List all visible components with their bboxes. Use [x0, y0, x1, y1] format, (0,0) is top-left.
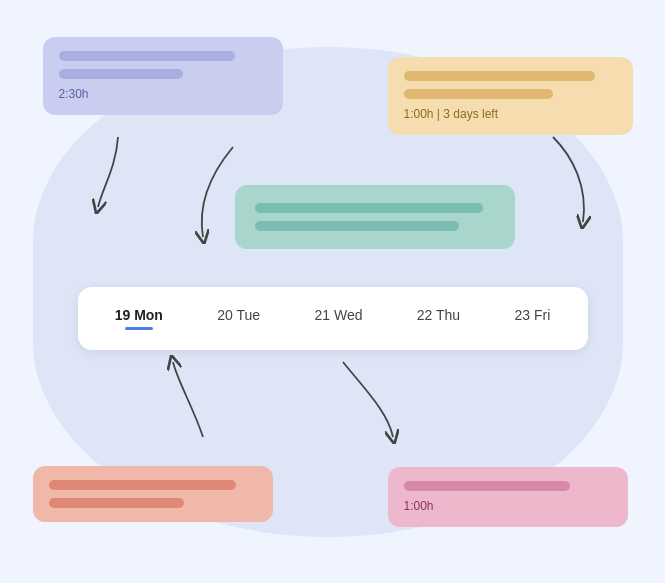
arrow-top-left-down: [88, 137, 148, 217]
card-line-1: [255, 203, 483, 213]
cal-day-indicator: [424, 327, 452, 330]
card-line-2: [59, 69, 184, 79]
card-top-left: 2:30h: [43, 37, 283, 115]
card-line-1: [404, 71, 596, 81]
card-bottom-right-label: 1:00h: [404, 499, 612, 513]
card-line-2: [404, 89, 553, 99]
cal-day-23-fri[interactable]: 23 Fri: [505, 303, 561, 334]
card-top-right-label: 1:00h | 3 days left: [404, 107, 617, 121]
card-top-left-label: 2:30h: [59, 87, 267, 101]
cal-day-22-thu[interactable]: 22 Thu: [407, 303, 470, 334]
card-line-1: [404, 481, 570, 491]
arrow-center-down: [178, 147, 258, 247]
card-bottom-left: [33, 466, 273, 522]
card-line-2: [49, 498, 184, 508]
cal-day-label: 21 Wed: [314, 307, 362, 323]
cal-day-indicator: [518, 327, 546, 330]
calendar-bar: 19 Mon 20 Tue 21 Wed 22 Thu 23 Fri: [78, 287, 588, 350]
cal-day-label: 20 Tue: [217, 307, 260, 323]
cal-day-19-mon[interactable]: 19 Mon: [105, 303, 173, 334]
card-middle: [235, 185, 515, 249]
card-bottom-right: 1:00h: [388, 467, 628, 527]
scene: 2:30h 1:00h | 3 days left: [23, 17, 643, 567]
cal-day-label: 19 Mon: [115, 307, 163, 323]
arrow-top-right-down: [523, 137, 603, 237]
card-line-2: [255, 221, 459, 231]
cal-day-label: 23 Fri: [515, 307, 551, 323]
cal-day-indicator: [324, 327, 352, 330]
cal-day-indicator: [125, 327, 153, 330]
card-line-1: [59, 51, 236, 61]
arrow-cal-to-bottom-left: [153, 357, 233, 447]
cal-day-indicator: [225, 327, 253, 330]
card-top-right: 1:00h | 3 days left: [388, 57, 633, 135]
cal-day-20-tue[interactable]: 20 Tue: [207, 303, 270, 334]
arrow-cal-to-bottom-right: [323, 357, 423, 447]
card-line-1: [49, 480, 236, 490]
cal-day-label: 22 Thu: [417, 307, 460, 323]
cal-day-21-wed[interactable]: 21 Wed: [304, 303, 372, 334]
